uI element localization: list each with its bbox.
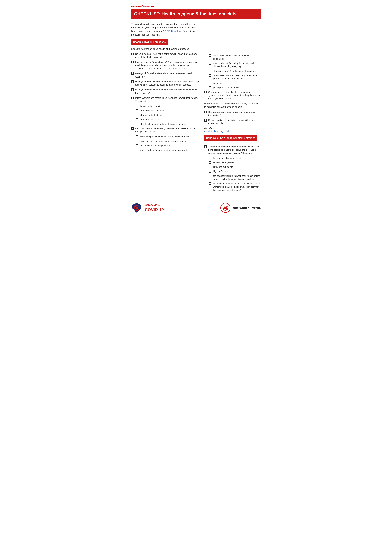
checklist-item-nested: after coughing or sneezing (136, 109, 199, 112)
checkbox-n4[interactable] (136, 118, 138, 121)
checklist-item: Have you informed workers about the impo… (131, 72, 199, 78)
checklist-item-nested: stay more than 1.5 metres away from othe… (209, 69, 261, 73)
svg-point-12 (226, 206, 228, 207)
checkbox-2[interactable] (131, 61, 134, 63)
physical-distancing-link[interactable]: Physical distancing checklist. (204, 130, 233, 132)
checklist-item-nested: after touching potentially contaminated … (136, 123, 199, 126)
checklist-item-nested: no spitting (209, 81, 261, 85)
covid-text-block: Coronavirus COVID-19 (145, 203, 164, 213)
checkbox-r6[interactable] (209, 86, 212, 89)
checkbox-s4[interactable] (209, 170, 212, 173)
checklist-item: Have you trained workers on how to corre… (131, 88, 199, 95)
checklist-item-nested: dispose of tissues hygienically (136, 144, 199, 147)
see-also-section: See also: Physical distancing checklist. (204, 127, 261, 133)
checklist-item-nested: put cigarette butts in the bin (209, 86, 261, 89)
checkbox-5[interactable] (131, 88, 134, 91)
covid-branding: Coronavirus COVID-19 (131, 202, 164, 213)
checkbox-h1[interactable] (136, 135, 138, 138)
checkbox-n5[interactable] (136, 123, 138, 125)
checkbox-s6[interactable] (209, 182, 212, 185)
checklist-item-nested: cover coughs and sneezes with an elbow o… (136, 135, 199, 138)
intro-text: This checklist will assist you to implem… (131, 22, 199, 37)
checkbox-cashless[interactable] (204, 111, 207, 113)
main-title: CHECKLIST: Health, hygiene & facilities … (131, 9, 261, 19)
checkbox-h4[interactable] (136, 149, 138, 151)
checkbox-minimise[interactable] (204, 119, 207, 122)
checklist-item-minimise: Require workers to minimise contact with… (204, 119, 261, 125)
checklist-item-nested: after going to the toilet (136, 113, 199, 117)
health-hygiene-heading: Health & Hygiene practices (131, 39, 168, 45)
checkbox-4[interactable] (131, 80, 134, 83)
minimise-heading: Put measures in place where reasonably p… (204, 102, 261, 109)
hand-washing-heading: Hand washing & hand sanitising stations (204, 135, 257, 141)
checklist-item-cashless: Can you put in a system to provide for c… (204, 110, 261, 117)
checkbox-n1[interactable] (136, 105, 138, 107)
checkbox-n3[interactable] (136, 114, 138, 116)
checklist-item-nested: the need for workers to wash their hands… (209, 174, 261, 181)
checklist-item-nested: the location of the workplace or work ta… (209, 182, 261, 192)
checkbox-r1[interactable] (209, 54, 212, 57)
checklist-item-nested: after changing tasks (136, 118, 199, 121)
checkbox-r2[interactable] (209, 62, 212, 65)
health-hygiene-section: Health & Hygiene practices Educate worke… (131, 39, 199, 152)
checklist-item: Look for signs of 'presenteeism'? Are ma… (131, 60, 199, 70)
checklist-item-nested: the number of workers on site (209, 156, 261, 160)
checkbox-s1[interactable] (209, 157, 212, 159)
checklist-item-nested: avoid touching the face, eyes, nose and … (136, 139, 199, 143)
checkbox-alerts[interactable] (204, 91, 207, 93)
svg-rect-15 (224, 209, 225, 210)
checklist-item-alerts: Can you set up automatic alerts on compu… (204, 90, 261, 100)
checklist-item-nested: wash body, hair (including facial hair) … (209, 62, 261, 68)
checklist-item-nested: clean and disinfect surfaces and shared … (209, 54, 261, 60)
checklist-item-nested: don't shake hands and avoid any other cl… (209, 74, 261, 80)
checkbox-stations[interactable] (204, 145, 207, 148)
covid-shield-icon (131, 202, 142, 213)
checkbox-1[interactable] (131, 53, 134, 55)
checkbox-s3[interactable] (209, 166, 212, 168)
swa-branding: safe work australia (220, 203, 261, 213)
checklist-item: Inform workers and others when they need… (131, 96, 199, 103)
checklist-item-nested: before and after eating (136, 105, 199, 108)
checkbox-3[interactable] (131, 72, 134, 75)
checkbox-6[interactable] (131, 97, 134, 99)
checkbox-s2[interactable] (209, 161, 212, 164)
checklist-item-nested: entry and exit points (209, 165, 261, 168)
checkbox-n2[interactable] (136, 109, 138, 112)
covid-website-link[interactable]: COVID-19 website (163, 30, 182, 32)
checkbox-r3[interactable] (209, 70, 212, 72)
checklist-item-nested: any shift arrangements (209, 161, 261, 164)
checkbox-r4[interactable] (209, 74, 212, 77)
swa-label: safe work australia (232, 206, 261, 210)
right-continued-list: clean and disinfect surfaces and shared … (204, 54, 261, 192)
checklist-item: Have you trained workers on how to wash … (131, 80, 199, 87)
checklist-item-nested: high traffic areas (209, 170, 261, 173)
checkbox-7[interactable] (131, 127, 134, 130)
checkbox-s5[interactable] (209, 175, 212, 177)
svg-rect-14 (227, 209, 227, 210)
footer: Coronavirus COVID-19 safe work australia (131, 199, 261, 213)
swa-logo-icon (220, 203, 230, 213)
svg-rect-16 (225, 209, 226, 210)
checkbox-h2[interactable] (136, 140, 138, 142)
checklist-item-nested: wash hands before and after smoking a ci… (136, 149, 199, 152)
checkbox-r5[interactable] (209, 82, 212, 84)
educate-subheading: Educate workers on good health and hygie… (131, 47, 199, 51)
svg-rect-13 (226, 208, 227, 210)
checklist-item: Inform workers of the following good hyg… (131, 127, 199, 133)
website-url: swa.gov.au/coronavirus (131, 5, 261, 7)
checklist-item: Do your workers know not to come to work… (131, 52, 199, 59)
checklist-item-stations: Are there an adequate number of hand was… (204, 145, 261, 155)
checkbox-h3[interactable] (136, 144, 138, 147)
